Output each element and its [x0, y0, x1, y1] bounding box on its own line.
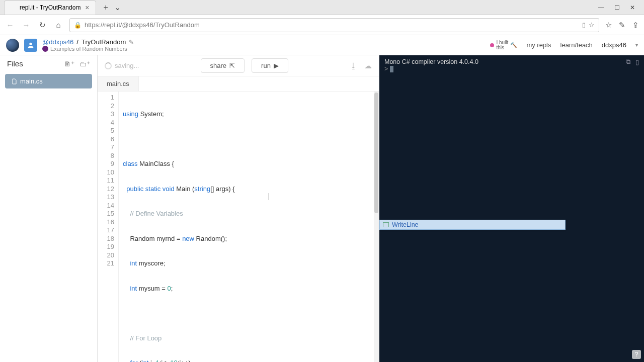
ibuilt-label: I built this: [496, 40, 508, 50]
window-controls: — ☐ ✕: [598, 4, 644, 11]
favorites-icon[interactable]: ☆: [605, 21, 612, 30]
browser-tab[interactable]: repl.it - TryOutRandom ×: [4, 1, 96, 15]
file-item-label: main.cs: [20, 77, 43, 85]
tab-close-icon[interactable]: ×: [84, 4, 91, 11]
help-button[interactable]: ?: [632, 350, 641, 359]
nav-learn-link[interactable]: learn/teach: [560, 41, 593, 49]
line-number-gutter: 123456789101112131415161718192021: [98, 92, 119, 362]
new-folder-icon[interactable]: 🗀⁺: [79, 60, 90, 68]
spinner-icon: [105, 62, 112, 69]
share-browser-icon[interactable]: ⇪: [632, 21, 639, 30]
editor-area: saving... share ⇱ run ▶ ⭳ ☁ main.cs 1234…: [98, 55, 379, 362]
ibuilt-dot-icon: [490, 43, 494, 47]
workspace: Files 🗎⁺ 🗀⁺ main.cs saving... share ⇱ ru…: [0, 55, 644, 362]
user-menu-chevron-icon[interactable]: ▾: [635, 42, 638, 48]
share-label: share: [210, 62, 227, 69]
back-button[interactable]: ←: [5, 21, 15, 29]
refresh-button[interactable]: ↻: [37, 21, 47, 30]
saving-indicator: saving...: [105, 62, 139, 69]
lock-icon: 🔒: [74, 22, 82, 29]
forward-button[interactable]: →: [21, 21, 31, 29]
repl-owner-link[interactable]: @ddxps46: [42, 38, 73, 46]
user-avatar-icon[interactable]: [24, 39, 37, 52]
url-text: https://repl.it/@ddxps46/TryOutRandom: [85, 21, 200, 29]
autocomplete-text: WriteLine: [392, 221, 419, 228]
play-icon: ▶: [274, 62, 279, 69]
run-button[interactable]: run ▶: [252, 58, 288, 73]
run-label: run: [261, 62, 271, 69]
browser-titlebar: repl.it - TryOutRandom × + ⌄ — ☐ ✕: [0, 0, 644, 15]
autocomplete-item[interactable]: WriteLine: [380, 220, 565, 229]
file-icon: [11, 78, 17, 84]
reader-mode-icon[interactable]: ▯: [582, 21, 586, 29]
terminal-panel[interactable]: Mono C# compiler version 4.0.4.0 > ⧉ ▯: [379, 55, 644, 362]
toolbar-right: ☆ ✎ ⇪: [605, 21, 639, 30]
browser-toolbar: ← → ↻ ⌂ 🔒 https://repl.it/@ddxps46/TryOu…: [0, 15, 644, 35]
repl-description: Examples of Random Numbers: [50, 46, 127, 52]
repl-title-block: @ddxps46/TryOutRandom ✎ Examples of Rand…: [42, 38, 134, 52]
editor-scrollbar[interactable]: [374, 92, 379, 362]
repl-slash: /: [76, 38, 78, 46]
tab-favicon-icon: [10, 4, 17, 11]
home-button[interactable]: ⌂: [53, 21, 63, 29]
method-icon: [383, 222, 389, 227]
editor-scrollbar-thumb[interactable]: [374, 93, 378, 213]
share-button[interactable]: share ⇱: [201, 58, 245, 73]
csharp-icon: [42, 46, 48, 52]
terminal-new-icon[interactable]: ▯: [635, 58, 639, 66]
new-tab-button[interactable]: +: [100, 2, 111, 13]
files-label: Files: [7, 59, 59, 68]
file-item-main[interactable]: main.cs: [5, 74, 92, 88]
edit-title-icon[interactable]: ✎: [129, 39, 134, 46]
repl-project-name: TryOutRandom: [82, 38, 126, 46]
editor-tab-main[interactable]: main.cs: [98, 76, 139, 91]
nav-username[interactable]: ddxps46: [602, 41, 626, 49]
tab-title: repl.it - TryOutRandom: [20, 4, 80, 11]
code-editor[interactable]: 123456789101112131415161718192021 using …: [98, 92, 379, 362]
autocomplete-popup[interactable]: WriteLine: [379, 220, 566, 230]
header-right: I built this 🔨 my repls learn/teach ddxp…: [490, 40, 638, 50]
url-bar[interactable]: 🔒 https://repl.it/@ddxps46/TryOutRandom …: [69, 18, 599, 32]
nav-myrepls-link[interactable]: my repls: [526, 41, 551, 49]
cloud-icon[interactable]: ☁: [364, 61, 372, 70]
download-icon[interactable]: ⭳: [350, 61, 357, 70]
terminal-cursor-icon: [390, 66, 393, 72]
minimize-button[interactable]: —: [598, 4, 604, 11]
close-window-button[interactable]: ✕: [630, 4, 635, 11]
ibeam-cursor-icon: [269, 193, 269, 200]
editor-tab-bar: main.cs: [98, 76, 379, 92]
terminal-popout-icon[interactable]: ⧉: [626, 58, 630, 66]
tab-dropdown-icon[interactable]: ⌄: [114, 3, 121, 12]
maximize-button[interactable]: ☐: [614, 4, 620, 11]
repl-header: @ddxps46/TryOutRandom ✎ Examples of Rand…: [0, 35, 644, 55]
sidebar: Files 🗎⁺ 🗀⁺ main.cs: [0, 55, 98, 362]
svg-point-0: [29, 42, 32, 45]
notes-icon[interactable]: ✎: [619, 21, 625, 30]
editor-toolbar: saving... share ⇱ run ▶ ⭳ ☁: [98, 55, 379, 76]
hammer-icon: 🔨: [510, 42, 517, 48]
share-icon: ⇱: [229, 62, 235, 69]
code-content[interactable]: using System; class MainClass { public s…: [119, 92, 259, 362]
ibuilt-badge[interactable]: I built this 🔨: [490, 40, 517, 50]
terminal-output-line: Mono C# compiler version 4.0.4.0: [384, 58, 622, 65]
bookmark-star-icon[interactable]: ☆: [589, 21, 595, 29]
sidebar-header: Files 🗎⁺ 🗀⁺: [0, 55, 97, 72]
new-file-icon[interactable]: 🗎⁺: [64, 60, 74, 68]
saving-label: saving...: [115, 62, 139, 69]
replit-logo-icon[interactable]: [6, 39, 19, 52]
terminal-prompt: >: [384, 65, 388, 72]
